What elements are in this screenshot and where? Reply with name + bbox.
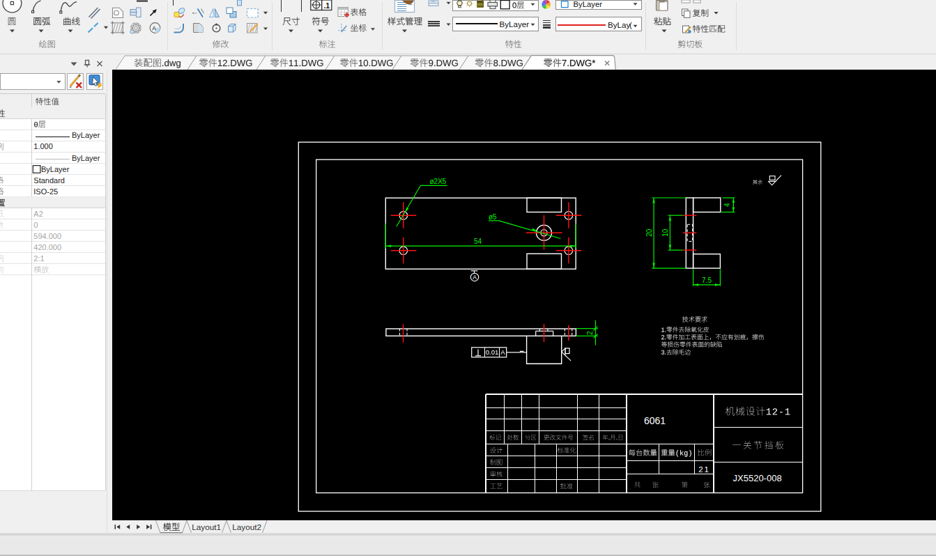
svg-text:2: 2 bbox=[586, 331, 594, 335]
svg-text:54: 54 bbox=[474, 238, 482, 245]
svg-text:ByLayer: ByLayer bbox=[72, 131, 100, 139]
svg-text:(: ( bbox=[629, 20, 632, 29]
svg-text:ByLay: ByLay bbox=[608, 20, 630, 29]
svg-text:Standard: Standard bbox=[33, 176, 65, 185]
svg-text:Layout2: Layout2 bbox=[232, 522, 261, 532]
svg-text:420.000: 420.000 bbox=[33, 243, 61, 251]
svg-text:6061: 6061 bbox=[644, 415, 666, 426]
svg-text:A: A bbox=[473, 274, 477, 281]
svg-text:1: 1 bbox=[705, 465, 709, 474]
svg-text:ø2X5: ø2X5 bbox=[430, 178, 447, 185]
svg-text:ByLayer: ByLayer bbox=[41, 165, 70, 173]
svg-text:10: 10 bbox=[661, 228, 669, 237]
svg-text:ISO-25: ISO-25 bbox=[33, 187, 58, 196]
svg-text:ø5: ø5 bbox=[489, 213, 497, 221]
svg-text:0: 0 bbox=[33, 221, 38, 229]
svg-text:.1: .1 bbox=[323, 1, 330, 10]
svg-text:ByLayer: ByLayer bbox=[72, 154, 100, 162]
svg-text:A: A bbox=[500, 348, 505, 356]
svg-text:ByLayer: ByLayer bbox=[574, 0, 603, 8]
svg-text:Layout1: Layout1 bbox=[192, 522, 221, 532]
svg-text:1.000: 1.000 bbox=[33, 142, 53, 150]
svg-text:2:1: 2:1 bbox=[33, 254, 44, 263]
svg-text:A2: A2 bbox=[33, 210, 43, 218]
svg-text:594.000: 594.000 bbox=[33, 232, 61, 240]
svg-text:0.01: 0.01 bbox=[486, 348, 499, 356]
svg-text:2: 2 bbox=[698, 465, 703, 474]
svg-text:JX5520-008: JX5520-008 bbox=[733, 473, 782, 483]
svg-text:20: 20 bbox=[645, 228, 653, 237]
svg-text:4: 4 bbox=[723, 203, 731, 207]
svg-text:ByLayer: ByLayer bbox=[500, 20, 530, 29]
svg-text:7.5: 7.5 bbox=[702, 277, 712, 284]
